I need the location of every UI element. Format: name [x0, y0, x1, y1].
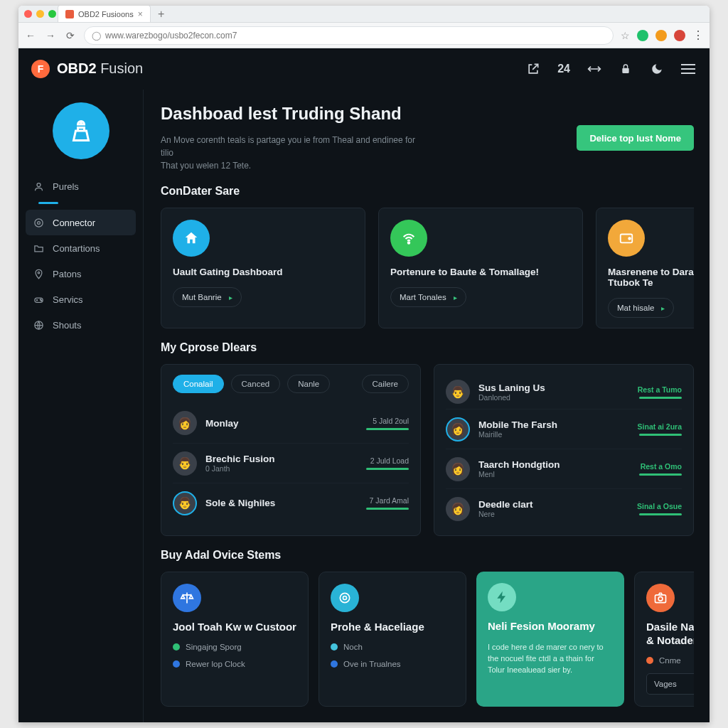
stem-card-featured[interactable]: Neli Fesion Mooramy I code here d de mar… — [476, 572, 624, 707]
header-counter: 24 — [557, 63, 570, 75]
wifi-icon — [390, 220, 427, 257]
condater-card[interactable]: Masrenene to Daral Ttubok Te Mat hisale▸ — [596, 208, 694, 328]
new-tab-button[interactable]: + — [154, 6, 169, 22]
row-sub: Nere — [478, 510, 533, 518]
filter-chip[interactable]: Canced — [231, 375, 281, 393]
row-meta: Rest a Tumo — [638, 385, 682, 394]
stem-select[interactable]: Vages▼ — [646, 673, 694, 695]
list-item[interactable]: 👨 Sus Laning UsDanloned Rest a Tumo — [446, 375, 682, 409]
sidebar-item-contartions[interactable]: Contartions — [26, 235, 136, 261]
sidebar-item-purels[interactable]: Purels — [26, 173, 136, 199]
card-pill-button[interactable]: Mart Tonales▸ — [390, 287, 466, 307]
browser-menu-icon[interactable]: ⋮ — [692, 28, 704, 42]
forward-icon[interactable]: → — [44, 30, 57, 41]
filter-chip[interactable]: Nanle — [287, 375, 330, 393]
svg-rect-14 — [655, 595, 666, 603]
brand-badge-icon: F — [31, 60, 50, 78]
stem-card[interactable]: Dasile Nation & Notaders Cnme Vages▼ — [634, 572, 694, 707]
section-heading-condater: ConDater Sare — [161, 185, 694, 198]
user-avatar[interactable] — [53, 102, 109, 159]
stem-card[interactable]: Prohe & Haceliage Noch Ove in Trualnes — [318, 572, 466, 707]
stem-row: Rewer lop Clock — [173, 660, 296, 668]
home-icon — [173, 220, 210, 257]
dears-panel-right: 👨 Sus Laning UsDanloned Rest a Tumo 👩 Mo… — [434, 364, 694, 536]
user-icon — [33, 181, 44, 192]
list-item[interactable]: 👩 Mobile The FarshMairille Sinat ai 2ura — [446, 409, 682, 449]
url-field[interactable]: ◯ www.warezbogo/usbo2fecon.com7 — [84, 26, 614, 45]
progress-bar — [639, 397, 682, 399]
lock-icon[interactable] — [619, 62, 633, 76]
minimize-window-icon[interactable] — [36, 10, 44, 18]
sidebar-item-patons[interactable]: Patons — [26, 261, 136, 287]
primary-cta-button[interactable]: Delice top lust Nome — [577, 125, 694, 151]
back-icon[interactable]: ← — [24, 30, 37, 41]
condater-card[interactable]: Uault Gating Dashboard Mut Banrie▸ — [161, 208, 365, 328]
stem-title: Neli Fesion Mooramy — [488, 620, 613, 633]
row-meta: Sinal a Osue — [637, 502, 682, 510]
row-sub: Danloned — [478, 393, 545, 402]
card-title: Masrenene to Daral Ttubok Te — [608, 267, 694, 288]
list-item[interactable]: 👩 Taarch HondgtionMenl Rest a Omo — [446, 449, 682, 488]
avatar: 👩 — [173, 411, 197, 435]
card-pill-button[interactable]: Mat hisale▸ — [608, 298, 674, 318]
menu-icon[interactable] — [681, 64, 695, 74]
resize-icon[interactable] — [587, 62, 601, 76]
svg-point-12 — [340, 593, 349, 602]
sidebar-item-connector[interactable]: Connector — [26, 210, 136, 235]
svg-point-1 — [37, 183, 41, 186]
row-name: Monlay — [205, 418, 239, 429]
list-item[interactable]: 👩 Deedle clartNere Sinal a Osue — [446, 488, 682, 528]
status-dot-icon — [173, 660, 180, 668]
camera-icon — [646, 584, 675, 612]
sidebar-item-label: Connector — [53, 218, 95, 228]
stem-row: Cnme — [646, 656, 694, 665]
maximize-window-icon[interactable] — [48, 10, 56, 18]
filter-chip[interactable]: Conalail — [173, 375, 224, 393]
row-sub: Menl — [478, 470, 560, 478]
extension-icon-2[interactable] — [655, 30, 667, 41]
stem-card[interactable]: Jool Toah Kw w Custoor Singajng Sporg Re… — [161, 572, 309, 707]
row-meta: 7 Jard Amal — [370, 496, 409, 505]
address-bar: ← → ⟳ ◯ www.warezbogo/usbo2fecon.com7 ☆ … — [18, 23, 710, 48]
card-pill-button[interactable]: Mut Banrie▸ — [173, 287, 242, 307]
page-head: Dashboad lest Truding Shand An Move core… — [161, 104, 694, 172]
reload-icon[interactable]: ⟳ — [64, 30, 77, 41]
brand-logo[interactable]: F OBD2 Fusion — [31, 60, 143, 78]
sidebar-item-label: Contartions — [53, 243, 100, 254]
extension-icon-1[interactable] — [637, 30, 648, 41]
progress-bar — [366, 508, 409, 510]
list-item[interactable]: 👨 Sole & Nighiles 7 Jard Amal — [173, 483, 409, 523]
browser-tab[interactable]: OBD2 Fusioons × — [58, 6, 151, 22]
globe-icon — [33, 319, 44, 331]
external-link-icon[interactable] — [526, 62, 540, 76]
stem-row: Singajng Sporg — [173, 643, 296, 651]
section-heading-dears: My Cprose Dlears — [161, 341, 694, 354]
svg-point-7 — [41, 300, 41, 301]
status-dot-icon — [646, 657, 653, 664]
card-title: Uault Gating Dashboard — [173, 267, 353, 277]
browser-window: OBD2 Fusioons × + ← → ⟳ ◯ www.warezbogo/… — [18, 6, 710, 722]
close-window-icon[interactable] — [24, 10, 32, 18]
sidebar-item-servics[interactable]: Servics — [26, 287, 136, 312]
filter-chip[interactable]: Cailere — [362, 375, 409, 393]
site-info-icon: ◯ — [92, 31, 101, 41]
avatar: 👨 — [173, 451, 197, 476]
app-body: Purels Connector Contartions Patons — [18, 90, 710, 722]
target-icon — [331, 584, 359, 612]
tab-close-icon[interactable]: × — [138, 9, 143, 19]
game-icon — [33, 294, 44, 305]
sidebar-item-shouts[interactable]: Shouts — [26, 312, 136, 338]
favicon-icon — [65, 10, 74, 18]
condater-card[interactable]: Portenure to Baute & Tomallage! Mart Ton… — [378, 208, 583, 328]
extension-icon-3[interactable] — [674, 30, 685, 41]
list-item[interactable]: 👩 Monlay 5 Jald 2oul — [173, 403, 409, 443]
bookmark-icon[interactable]: ☆ — [621, 30, 630, 41]
row-sub: 0 Janth — [205, 464, 275, 473]
avatar: 👨 — [173, 491, 197, 515]
svg-rect-0 — [622, 68, 628, 73]
list-item[interactable]: 👨 Brechic Fusion0 Janth 2 Juld Load — [173, 443, 409, 483]
chevron-right-icon: ▸ — [661, 304, 665, 312]
pin-icon — [33, 268, 44, 279]
wallet-icon — [608, 220, 645, 257]
moon-icon[interactable] — [650, 62, 664, 76]
